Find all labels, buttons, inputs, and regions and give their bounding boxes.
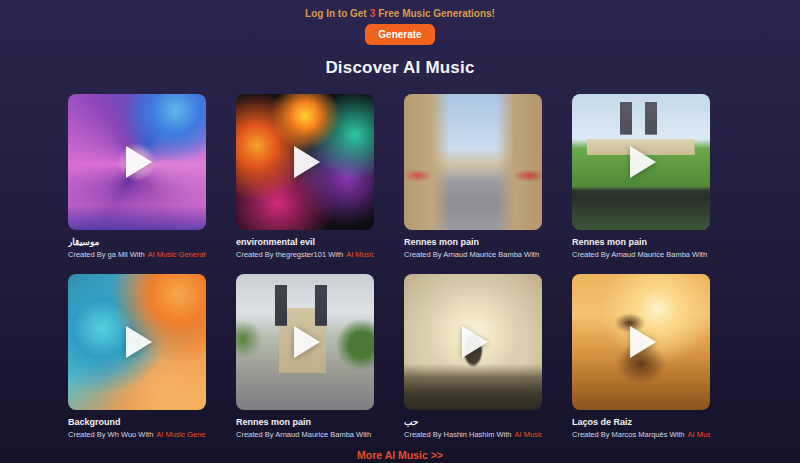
music-cover[interactable] (404, 274, 542, 410)
play-icon[interactable] (630, 326, 656, 358)
creator-text: Created By thegregster101 With (236, 250, 343, 259)
music-card-6: Rennes mon pain Created By Arnaud Mauric… (236, 274, 374, 439)
music-title: Laços de Raiz (572, 417, 710, 427)
play-icon[interactable] (126, 326, 152, 358)
music-cover[interactable] (236, 274, 374, 410)
music-cover[interactable] (236, 94, 374, 230)
play-icon[interactable] (126, 146, 152, 178)
ai-music-generator-link[interactable]: AI Music Generator (148, 250, 206, 259)
play-icon[interactable] (462, 326, 488, 358)
music-grid: موسيقار Created By ga Mll WithAI Music G… (68, 94, 800, 439)
creator-text: Created By Hashin Hashim With (404, 430, 512, 439)
music-card-4: Rennes mon pain Created By Arnaud Mauric… (572, 94, 710, 259)
page: Log In to Get3Free Music Generations! Ge… (0, 0, 800, 463)
play-icon[interactable] (294, 146, 320, 178)
banner-text-before: Log In to Get (305, 8, 367, 19)
ai-music-generator-link[interactable]: AI Music Generator (688, 430, 710, 439)
ai-music-generator-link[interactable]: AI Music Generator (515, 430, 542, 439)
creator-text: Created By Marcos Marquês With (572, 430, 685, 439)
play-icon[interactable] (294, 326, 320, 358)
ai-music-generator-link[interactable]: AI Music Generator (156, 430, 206, 439)
music-card-7: حب Created By Hashin Hashim WithAI Music… (404, 274, 542, 439)
music-creator: Created By ga Mll WithAI Music Generator (68, 250, 206, 259)
music-title: Background (68, 417, 206, 427)
music-card-8: Laços de Raiz Created By Marcos Marquês … (572, 274, 710, 439)
creator-text: Created By Arnaud Maurice Bamba With (572, 250, 707, 259)
music-card-5: Background Created By Wh Wuo WithAI Musi… (68, 274, 206, 439)
banner-free-count: 3 (370, 8, 376, 19)
page-title: Discover AI Music (0, 58, 800, 78)
login-banner: Log In to Get3Free Music Generations! (0, 0, 800, 19)
music-title: environmental evil (236, 237, 374, 247)
music-cover[interactable] (572, 94, 710, 230)
music-creator: Created By Arnaud Maurice Bamba WithAI M… (572, 250, 710, 259)
music-cover[interactable] (68, 274, 206, 410)
creator-text: Created By Arnaud Maurice Bamba With (404, 250, 539, 259)
music-title: Rennes mon pain (572, 237, 710, 247)
creator-text: Created By Arnaud Maurice Bamba With (236, 430, 371, 439)
music-creator: Created By Arnaud Maurice Bamba WithAI M… (404, 250, 542, 259)
ai-music-generator-link[interactable]: AI Music Generator (346, 250, 374, 259)
play-icon[interactable] (630, 146, 656, 178)
creator-text: Created By Wh Wuo With (68, 430, 153, 439)
music-creator: Created By thegregster101 WithAI Music G… (236, 250, 374, 259)
music-creator: Created By Marcos Marquês WithAI Music G… (572, 430, 710, 439)
more-ai-music-link[interactable]: More AI Music >> (0, 449, 800, 461)
music-title: موسيقار (68, 237, 206, 247)
creator-text: Created By ga Mll With (68, 250, 145, 259)
music-cover[interactable] (68, 94, 206, 230)
music-card-3: Rennes mon pain Created By Arnaud Mauric… (404, 94, 542, 259)
music-creator: Created By Wh Wuo WithAI Music Generator (68, 430, 206, 439)
music-creator: Created By Arnaud Maurice Bamba WithAI M… (236, 430, 374, 439)
music-card-1: موسيقار Created By ga Mll WithAI Music G… (68, 94, 206, 259)
music-title: حب (404, 417, 542, 427)
music-creator: Created By Hashin Hashim WithAI Music Ge… (404, 430, 542, 439)
banner-text-after: Free Music Generations! (378, 8, 495, 19)
music-title: Rennes mon pain (236, 417, 374, 427)
music-title: Rennes mon pain (404, 237, 542, 247)
generate-button[interactable]: Generate (365, 24, 434, 45)
music-cover[interactable] (572, 274, 710, 410)
music-card-2: environmental evil Created By thegregste… (236, 94, 374, 259)
music-cover[interactable] (404, 94, 542, 230)
